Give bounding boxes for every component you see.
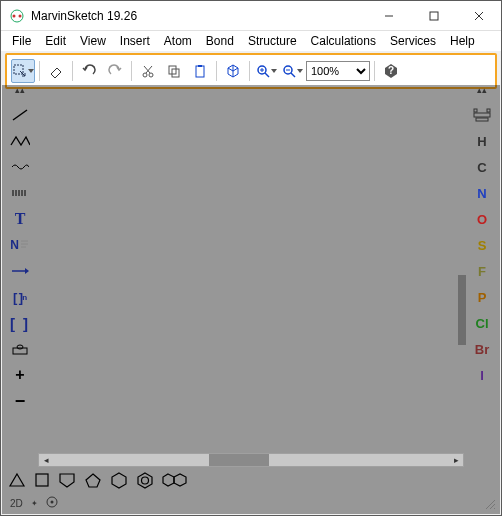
element-f[interactable]: F xyxy=(471,261,493,281)
periodic-table-button[interactable] xyxy=(471,105,493,125)
status-marker-icon[interactable]: ✦ xyxy=(31,499,38,508)
redo-button[interactable] xyxy=(103,59,127,83)
svg-marker-47 xyxy=(138,473,152,488)
app-icon xyxy=(9,8,25,24)
svg-line-53 xyxy=(486,500,495,509)
svg-marker-42 xyxy=(10,474,24,486)
arrow-tool[interactable] xyxy=(9,261,31,281)
chevron-down-icon xyxy=(297,69,303,73)
bracket-repeat-tool[interactable]: [ ]n xyxy=(9,287,31,307)
paste-button[interactable] xyxy=(188,59,212,83)
svg-rect-14 xyxy=(196,66,204,77)
menu-calculations[interactable]: Calculations xyxy=(304,32,383,50)
element-p[interactable]: P xyxy=(471,287,493,307)
horizontal-scrollbar[interactable]: ◂ ▸ xyxy=(38,453,464,467)
element-cl[interactable]: Cl xyxy=(471,313,493,333)
menubar: File Edit View Insert Atom Bond Structur… xyxy=(1,31,501,51)
selection-tool-button[interactable] xyxy=(11,59,35,83)
bottom-bar: 2D ✦ xyxy=(2,469,500,514)
vertical-scrollbar-thumb[interactable] xyxy=(458,275,466,345)
naphthalene-template[interactable] xyxy=(162,472,188,492)
scroll-right-icon[interactable]: ▸ xyxy=(449,454,463,466)
charge-minus-tool[interactable]: − xyxy=(9,391,31,411)
svg-rect-40 xyxy=(474,113,490,117)
zoom-out-button[interactable] xyxy=(280,59,304,83)
element-n[interactable]: N xyxy=(471,183,493,203)
svg-line-25 xyxy=(13,110,27,120)
element-i[interactable]: I xyxy=(471,365,493,385)
element-br[interactable]: Br xyxy=(471,339,493,359)
svg-point-48 xyxy=(142,477,149,484)
element-o[interactable]: O xyxy=(471,209,493,229)
svg-rect-41 xyxy=(476,118,488,121)
cyclopentane-template[interactable] xyxy=(84,472,102,493)
scrollbar-thumb[interactable] xyxy=(209,454,269,466)
close-button[interactable] xyxy=(456,1,501,31)
svg-line-17 xyxy=(265,73,269,77)
svg-point-8 xyxy=(143,73,147,77)
bond-chain-tool[interactable] xyxy=(9,131,31,151)
element-c[interactable]: C xyxy=(471,157,493,177)
status-clean-icon[interactable] xyxy=(46,496,58,510)
titlebar: MarvinSketch 19.26 xyxy=(1,1,501,31)
svg-marker-35 xyxy=(25,268,29,274)
svg-marker-49 xyxy=(163,474,174,486)
bond-single-tool[interactable] xyxy=(9,105,31,125)
cyclopentadiene-template[interactable] xyxy=(58,472,76,492)
svg-line-55 xyxy=(494,508,495,509)
maximize-button[interactable] xyxy=(411,1,456,31)
svg-rect-38 xyxy=(474,109,477,112)
help-button[interactable]: ? xyxy=(379,59,403,83)
cyclopropane-template[interactable] xyxy=(8,472,26,492)
menu-structure[interactable]: Structure xyxy=(241,32,304,50)
rotate-3d-button[interactable] xyxy=(221,59,245,83)
text-tool[interactable]: T xyxy=(9,209,31,229)
bond-hash-tool[interactable] xyxy=(9,183,31,203)
zoom-in-button[interactable] xyxy=(254,59,278,83)
scroll-up-icon[interactable]: ▴▴ xyxy=(468,85,496,97)
chevron-down-icon xyxy=(271,69,277,73)
cut-button[interactable] xyxy=(136,59,160,83)
cyclohexane-template[interactable] xyxy=(110,471,128,493)
svg-marker-50 xyxy=(174,474,186,486)
svg-rect-4 xyxy=(430,12,438,20)
element-h[interactable]: H xyxy=(471,131,493,151)
undo-button[interactable] xyxy=(77,59,101,83)
scroll-up-icon[interactable]: ▴▴ xyxy=(6,85,34,97)
menu-help[interactable]: Help xyxy=(443,32,482,50)
graphics-tool[interactable] xyxy=(9,339,31,359)
menu-bond[interactable]: Bond xyxy=(199,32,241,50)
svg-marker-45 xyxy=(86,474,100,487)
bond-wave-tool[interactable] xyxy=(9,157,31,177)
eraser-button[interactable] xyxy=(44,59,68,83)
app-window: MarvinSketch 19.26 File Edit View Insert… xyxy=(0,0,502,516)
main-toolbar: 100% ? xyxy=(9,57,493,85)
menu-view[interactable]: View xyxy=(73,32,113,50)
bracket-tool[interactable]: [ ] xyxy=(9,313,31,333)
window-title: MarvinSketch 19.26 xyxy=(31,9,137,23)
svg-rect-39 xyxy=(487,109,490,112)
name-tool[interactable]: N xyxy=(9,235,31,255)
resize-grip-icon[interactable] xyxy=(484,498,496,510)
status-mode[interactable]: 2D xyxy=(10,498,23,509)
menu-edit[interactable]: Edit xyxy=(38,32,73,50)
zoom-select[interactable]: 100% xyxy=(306,61,370,81)
element-s[interactable]: S xyxy=(471,235,493,255)
cyclobutane-template[interactable] xyxy=(34,472,50,492)
charge-plus-tool[interactable]: + xyxy=(9,365,31,385)
svg-point-9 xyxy=(149,73,153,77)
svg-point-52 xyxy=(50,501,53,504)
minimize-button[interactable] xyxy=(366,1,411,31)
benzene-template[interactable] xyxy=(136,471,154,493)
chevron-down-icon xyxy=(28,69,34,73)
toolbar-highlight: 100% ? xyxy=(5,53,497,89)
menu-services[interactable]: Services xyxy=(383,32,443,50)
canvas-area[interactable]: ▴▴ T N [ ]n [ ] + − ▴▴ H C N O S F P xyxy=(2,85,500,469)
menu-insert[interactable]: Insert xyxy=(113,32,157,50)
status-bar: 2D ✦ xyxy=(10,496,58,510)
copy-button[interactable] xyxy=(162,59,186,83)
menu-atom[interactable]: Atom xyxy=(157,32,199,50)
menu-file[interactable]: File xyxy=(5,32,38,50)
svg-text:?: ? xyxy=(388,65,394,76)
scroll-left-icon[interactable]: ◂ xyxy=(39,454,53,466)
